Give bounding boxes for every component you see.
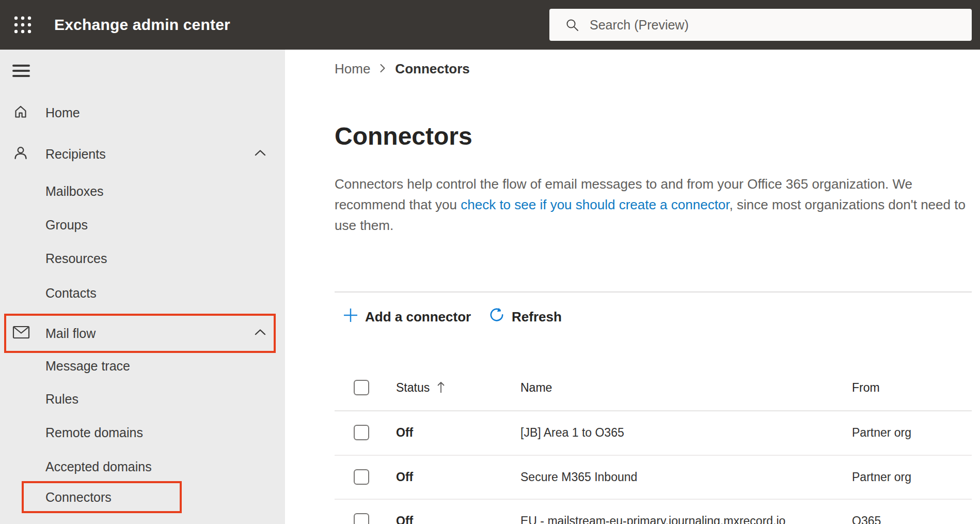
sidebar-item-label: Accepted domains	[45, 459, 152, 474]
breadcrumb-current: Connectors	[395, 61, 469, 77]
status-cell: Off	[396, 426, 413, 440]
sidebar-item-label: Remote domains	[45, 425, 143, 440]
sidebar-item-accepted-domains[interactable]: Accepted domains	[0, 450, 285, 483]
column-header-status[interactable]: Status	[396, 380, 446, 395]
search-input[interactable]	[590, 9, 961, 41]
sidebar-item-label: Contacts	[45, 286, 97, 301]
sidebar-item-groups[interactable]: Groups	[0, 208, 285, 241]
sidebar-item-label: Rules	[45, 392, 78, 407]
column-header-from[interactable]: From	[852, 381, 880, 395]
sidebar-item-label: Resources	[45, 251, 107, 266]
row-checkbox[interactable]	[354, 425, 369, 440]
mail-icon	[12, 325, 30, 342]
from-cell: Partner org	[852, 470, 911, 484]
from-cell: Partner org	[852, 426, 911, 440]
sidebar-item-label: Groups	[45, 218, 88, 233]
create-connector-check-link[interactable]: check to see if you should create a conn…	[461, 197, 729, 212]
sidebar-item-remote-domains[interactable]: Remote domains	[0, 416, 285, 449]
sidebar-item-mailboxes[interactable]: Mailboxes	[0, 175, 285, 208]
sidebar-item-label: Mailboxes	[45, 184, 104, 199]
home-icon	[12, 103, 29, 122]
name-cell[interactable]: EU - mailstream-eu-primary.journaling.mx…	[520, 514, 785, 524]
sidebar-item-resources[interactable]: Resources	[0, 242, 285, 275]
sidebar-item-connectors[interactable]: Connectors	[0, 481, 285, 513]
page-title: Connectors	[335, 122, 472, 151]
status-cell: Off	[396, 514, 413, 524]
sidebar-item-message-trace[interactable]: Message trace	[0, 349, 285, 382]
name-cell[interactable]: [JB] Area 1 to O365	[520, 426, 624, 440]
name-cell[interactable]: Secure M365 Inbound	[520, 470, 637, 484]
refresh-label: Refresh	[512, 309, 562, 325]
waffle-grid-icon	[13, 16, 32, 34]
sidebar-item-label: Recipients	[45, 147, 106, 162]
table-row[interactable]: Off Secure M365 Inbound Partner org	[335, 455, 980, 499]
plus-icon	[343, 307, 358, 327]
main-content: Home Connectors Connectors Connectors he…	[285, 50, 980, 524]
search-icon	[565, 18, 579, 34]
page-description: Connectors help control the flow of emai…	[335, 174, 971, 236]
status-cell: Off	[396, 470, 413, 484]
sidebar-item-label: Home	[45, 105, 80, 120]
left-nav: Home Recipients Mailboxes Groups	[0, 50, 285, 524]
refresh-icon	[488, 307, 505, 327]
sidebar-item-mail-flow[interactable]: Mail flow	[0, 315, 285, 352]
table-header-row: Status Name From	[335, 365, 980, 410]
chevron-up-icon[interactable]	[254, 148, 266, 160]
sort-ascending-icon	[436, 380, 446, 395]
row-checkbox[interactable]	[354, 469, 369, 485]
command-bar: Add a connector Refresh	[285, 305, 980, 329]
table-row[interactable]: Off EU - mailstream-eu-primary.journalin…	[335, 499, 980, 524]
sidebar-item-label: Message trace	[45, 359, 130, 374]
sidebar-item-recipients[interactable]: Recipients	[0, 135, 285, 173]
toolbar-divider	[335, 291, 972, 292]
breadcrumb: Home Connectors	[335, 61, 470, 77]
chevron-up-icon[interactable]	[254, 328, 266, 339]
exchange-admin-center-window: Exchange admin center Home	[0, 0, 980, 524]
sidebar-item-rules[interactable]: Rules	[0, 382, 285, 415]
sidebar-item-label: Mail flow	[45, 326, 96, 341]
add-connector-label: Add a connector	[365, 309, 471, 325]
connectors-table: Status Name From Off [JB] Area 1 to O365	[335, 329, 980, 524]
column-header-name[interactable]: Name	[520, 381, 552, 395]
suite-header: Exchange admin center	[0, 0, 980, 50]
row-checkbox[interactable]	[354, 513, 369, 524]
select-all-checkbox[interactable]	[354, 380, 369, 395]
add-connector-button[interactable]: Add a connector	[343, 305, 471, 329]
app-launcher-icon[interactable]	[13, 16, 32, 34]
breadcrumb-home-link[interactable]: Home	[335, 61, 370, 77]
sidebar-item-home[interactable]: Home	[0, 94, 285, 131]
chevron-right-icon	[378, 61, 387, 77]
refresh-button[interactable]: Refresh	[488, 305, 562, 329]
table-row[interactable]: Off [JB] Area 1 to O365 Partner org	[335, 410, 980, 455]
sidebar-item-contacts[interactable]: Contacts	[0, 276, 285, 310]
search-box[interactable]	[549, 9, 972, 41]
sidebar-item-label: Connectors	[45, 490, 112, 505]
person-icon	[12, 145, 29, 163]
hamburger-menu-icon[interactable]	[9, 60, 34, 83]
from-cell: O365	[852, 514, 881, 524]
app-title: Exchange admin center	[54, 0, 230, 50]
status-header-label: Status	[396, 381, 430, 395]
